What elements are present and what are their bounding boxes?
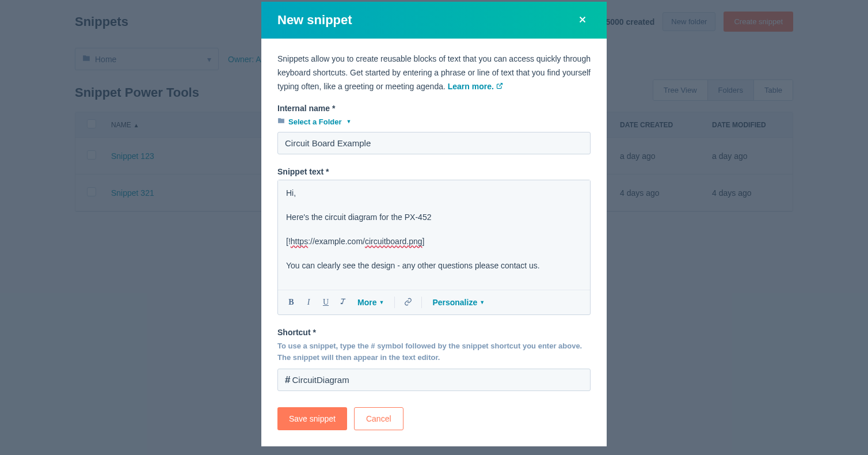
select-folder-dropdown[interactable]: Select a Folder ▼ [277, 117, 351, 126]
shortcut-label: Shortcut * [277, 328, 591, 337]
clear-format-icon [339, 297, 348, 308]
shortcut-field: Shortcut * To use a snippet, type the # … [277, 328, 591, 391]
personalize-dropdown[interactable]: Personalize ▼ [428, 298, 489, 307]
toolbar-divider [421, 297, 422, 308]
modal-title: New snippet [277, 13, 352, 28]
modal-overlay: New snippet Snippets allow you to create… [0, 0, 868, 455]
chevron-down-icon: ▼ [346, 119, 351, 124]
internal-name-input[interactable] [277, 132, 591, 154]
learn-more-link[interactable]: Learn more. [448, 80, 503, 94]
internal-name-field: Internal name * Select a Folder ▼ [277, 104, 591, 154]
modal-header: New snippet [261, 2, 607, 39]
close-icon [577, 14, 588, 26]
shortcut-input-wrap: # [277, 369, 591, 391]
modal-description: Snippets allow you to create reusable bl… [277, 52, 591, 93]
snippet-text-label: Snippet text * [277, 167, 591, 176]
chevron-down-icon: ▼ [479, 299, 485, 305]
close-button[interactable] [574, 12, 591, 28]
link-icon [404, 298, 412, 308]
clear-format-button[interactable] [336, 295, 351, 310]
save-snippet-button[interactable]: Save snippet [277, 407, 347, 430]
editor-toolbar: B I U More ▼ [278, 290, 590, 314]
bold-button[interactable]: B [284, 295, 299, 310]
new-snippet-modal: New snippet Snippets allow you to create… [261, 2, 607, 446]
underline-button[interactable]: U [318, 295, 333, 310]
shortcut-help-text: To use a snippet, type the # symbol foll… [277, 340, 591, 363]
snippet-text-field: Snippet text * Hi, Here's the circuit di… [277, 167, 591, 315]
cancel-button[interactable]: Cancel [354, 407, 403, 430]
rich-text-editor: Hi, Here's the circuit diagram for the P… [277, 180, 591, 315]
more-dropdown[interactable]: More ▼ [353, 298, 389, 307]
internal-name-label: Internal name * [277, 104, 591, 113]
italic-button[interactable]: I [301, 295, 316, 310]
toolbar-divider [394, 297, 395, 308]
modal-body: Snippets allow you to create reusable bl… [261, 39, 607, 446]
external-link-icon [496, 80, 503, 94]
link-button[interactable] [401, 295, 416, 310]
modal-footer: Save snippet Cancel [277, 407, 591, 430]
chevron-down-icon: ▼ [379, 299, 384, 305]
hash-prefix: # [285, 374, 290, 386]
folder-icon [277, 117, 285, 126]
shortcut-input[interactable] [292, 369, 583, 390]
editor-content[interactable]: Hi, Here's the circuit diagram for the P… [278, 180, 590, 290]
